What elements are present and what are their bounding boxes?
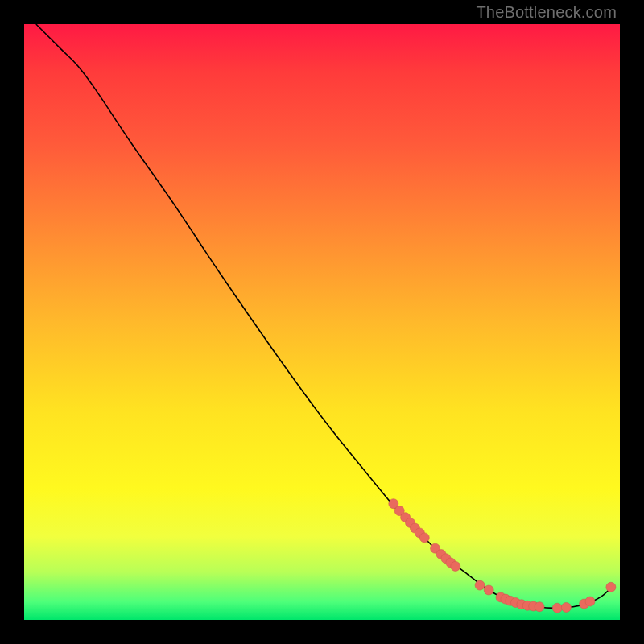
data-point — [419, 533, 429, 543]
data-point — [585, 597, 595, 606]
data-point — [451, 561, 460, 571]
data-point — [475, 580, 485, 590]
data-point — [552, 603, 562, 613]
marker-group — [389, 499, 616, 613]
bottleneck-curve — [36, 24, 614, 608]
plot-area — [24, 24, 620, 620]
watermark-text: TheBottleneck.com — [476, 3, 617, 22]
data-point — [484, 585, 493, 595]
data-point — [535, 602, 544, 612]
data-point — [606, 582, 616, 592]
curve-layer — [24, 24, 620, 620]
chart-frame: TheBottleneck.com — [0, 0, 644, 644]
data-point — [561, 602, 571, 612]
